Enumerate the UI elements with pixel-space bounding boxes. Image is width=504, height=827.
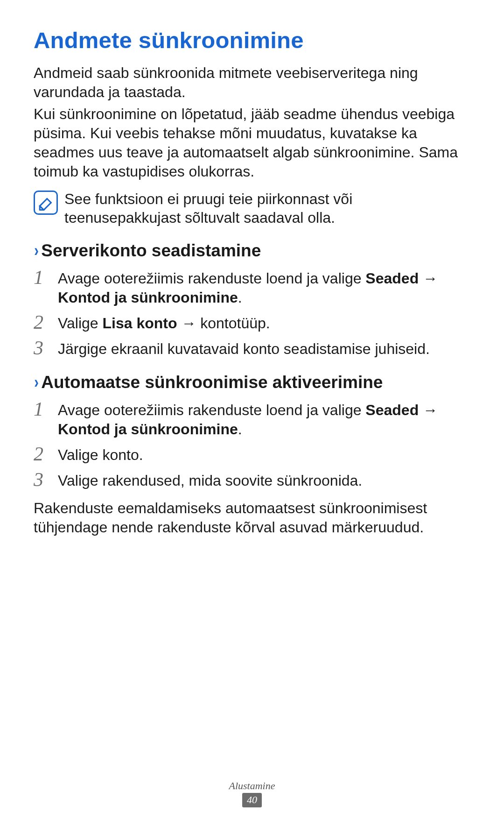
page-number-wrap: 40 — [0, 793, 504, 807]
step-bold: Kontod ja sünkroonimine — [58, 421, 238, 438]
document-page: Andmete sünkroonimine Andmeid saab sünkr… — [0, 0, 504, 827]
steps-list-2: 1 Avage ooterežiimis rakenduste loend ja… — [34, 399, 470, 490]
step-item: 2 Valige konto. — [34, 444, 470, 465]
content-area: Andmete sünkroonimine Andmeid saab sünkr… — [34, 27, 470, 808]
page-title: Andmete sünkroonimine — [34, 27, 470, 53]
step-number: 1 — [34, 399, 49, 419]
step-text: Avage ooterežiimis rakenduste loend ja v… — [58, 399, 470, 439]
subheading-auto-sync: › Automaatse sünkroonimise aktiveerimine — [34, 373, 470, 392]
step-text: Järgige ekraanil kuvatavaid konto seadis… — [58, 338, 430, 359]
chevron-right-icon: › — [34, 241, 39, 261]
step-text: Valige rakendused, mida soovite sünkroon… — [58, 469, 362, 490]
step-text-fragment: . — [238, 421, 242, 438]
step-item: 2 Valige Lisa konto → kontotüüp. — [34, 312, 470, 333]
intro-paragraph-1: Andmeid saab sünkroonida mitmete veebise… — [34, 64, 470, 102]
arrow-right-icon: → — [181, 315, 196, 332]
step-number: 1 — [34, 267, 49, 288]
step-item: 1 Avage ooterežiimis rakenduste loend ja… — [34, 267, 470, 307]
step-text-fragment: kontotüüp. — [196, 315, 270, 332]
step-text-fragment: Avage ooterežiimis rakenduste loend ja v… — [58, 402, 365, 418]
step-text-fragment — [419, 402, 423, 418]
step-text-fragment: . — [238, 289, 242, 306]
note-text: See funktsioon ei pruugi teie piirkonnas… — [64, 190, 470, 227]
note-icon — [34, 191, 58, 215]
footer-section-name: Alustamine — [0, 780, 504, 792]
chevron-right-icon: › — [34, 373, 39, 392]
step-text-fragment: Valige — [58, 315, 102, 332]
subheading-server-account: › Serverikonto seadistamine — [34, 241, 470, 261]
step-number: 2 — [34, 444, 49, 464]
note-callout: See funktsioon ei pruugi teie piirkonnas… — [34, 190, 470, 227]
step-text-fragment — [419, 270, 423, 287]
intro-paragraph-2: Kui sünkroonimine on lõpetatud, jääb sea… — [34, 105, 470, 181]
subheading-auto-sync-label: Automaatse sünkroonimise aktiveerimine — [41, 373, 383, 392]
step-number: 3 — [34, 469, 49, 490]
arrow-right-icon: → — [423, 402, 438, 418]
step-bold: Seaded — [365, 270, 419, 287]
steps-list-1: 1 Avage ooterežiimis rakenduste loend ja… — [34, 267, 470, 359]
step-item: 1 Avage ooterežiimis rakenduste loend ja… — [34, 399, 470, 439]
step-text: Valige konto. — [58, 444, 143, 465]
step-number: 3 — [34, 338, 49, 358]
step-bold: Kontod ja sünkroonimine — [58, 289, 238, 306]
arrow-right-icon: → — [423, 270, 438, 287]
closing-paragraph: Rakenduste eemaldamiseks automaatsest sü… — [34, 499, 470, 537]
page-footer: Alustamine 40 — [0, 780, 504, 807]
step-bold: Seaded — [365, 402, 419, 418]
step-number: 2 — [34, 312, 49, 332]
step-text: Avage ooterežiimis rakenduste loend ja v… — [58, 267, 470, 307]
step-text: Valige Lisa konto → kontotüüp. — [58, 312, 270, 333]
step-text-fragment: Avage ooterežiimis rakenduste loend ja v… — [58, 270, 365, 287]
subheading-server-account-label: Serverikonto seadistamine — [41, 241, 261, 261]
step-item: 3 Valige rakendused, mida soovite sünkro… — [34, 469, 470, 490]
page-number: 40 — [242, 793, 262, 807]
step-bold: Lisa konto — [102, 315, 177, 332]
step-item: 3 Järgige ekraanil kuvatavaid konto sead… — [34, 338, 470, 359]
